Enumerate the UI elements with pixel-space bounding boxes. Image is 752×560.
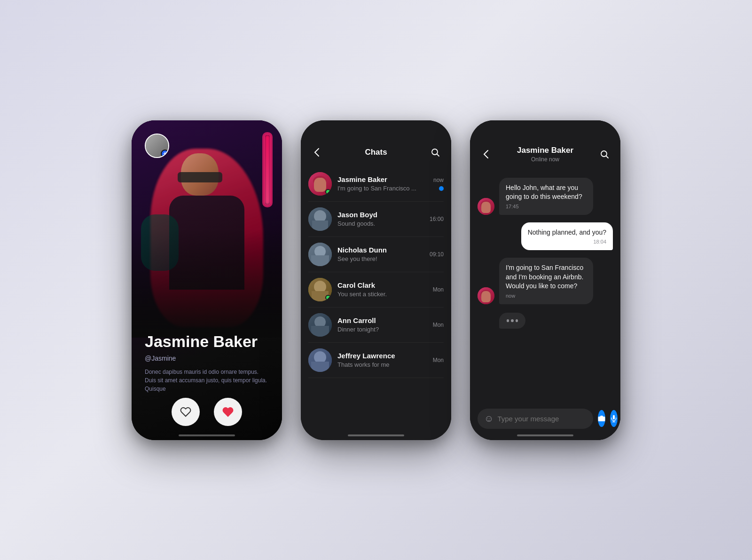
dislike-button[interactable] <box>172 398 200 426</box>
ann-avatar-img <box>308 313 332 337</box>
microphone-button[interactable] <box>610 410 618 427</box>
chat-time: Mon <box>433 286 444 293</box>
typing-dot-3 <box>516 319 518 322</box>
contact-name: Jasmine Baker <box>517 146 573 155</box>
home-indicator <box>179 434 235 436</box>
back-button[interactable] <box>479 148 493 161</box>
nicholas-avatar-img <box>308 243 332 266</box>
svg-point-1 <box>601 151 607 157</box>
dislike-icon <box>180 406 191 418</box>
message-text: Hello John, what are you going to do thi… <box>506 183 587 202</box>
chat-time: 09:10 <box>430 251 444 258</box>
chat-item-jeffrey[interactable]: Jeffrey Lawrence Thats works for me Mon <box>308 343 444 378</box>
phone-profile: + Jasmine Baker @Jasmine Donec dapibus m… <box>132 120 282 440</box>
profile-bio: Donec dapibus mauris id odio ornare temp… <box>145 368 269 393</box>
chat-item-carol[interactable]: Carol Clark You sent a sticker. Mon <box>308 272 444 308</box>
chat-preview: You sent a sticker. <box>337 291 427 298</box>
chats-list: Jasmine Baker I'm going to San Francisco… <box>301 166 451 440</box>
emoji-button[interactable]: ☺ <box>484 413 494 424</box>
chat-item-jasmine[interactable]: Jasmine Baker I'm going to San Francisco… <box>308 166 444 202</box>
chats-header: Chats <box>301 120 451 166</box>
sunglasses <box>178 172 222 182</box>
search-button[interactable] <box>598 148 611 161</box>
back-icon <box>314 148 320 157</box>
chat-name: Nicholas Dunn <box>337 246 424 254</box>
mic-icon <box>610 415 618 422</box>
svg-point-2 <box>601 418 603 420</box>
chat-name: Jasmine Baker <box>337 175 428 183</box>
chat-meta-ann: Mon <box>433 322 444 328</box>
chat-meta-nicholas: 09:10 <box>430 251 444 258</box>
search-icon <box>431 148 440 157</box>
messages-area: Hello John, what are you going to do thi… <box>470 170 620 403</box>
like-button[interactable] <box>214 398 242 426</box>
chat-avatar-ann <box>308 313 332 337</box>
chats-screen: Chats <box>301 120 451 440</box>
message-row-3: I'm going to San Francisco and I'm booki… <box>478 258 613 304</box>
message-row-1: Hello John, what are you going to do thi… <box>478 178 613 215</box>
add-badge[interactable]: + <box>161 150 169 158</box>
message-time: 18:04 <box>528 239 606 245</box>
chat-avatar-jasmine <box>308 172 332 196</box>
camera-icon <box>598 415 605 422</box>
chat-meta-jason: 16:00 <box>430 216 444 222</box>
chat-info-jeffrey: Jeffrey Lawrence Thats works for me <box>337 352 427 368</box>
profile-top-avatar[interactable]: + <box>145 134 169 158</box>
typing-dot-2 <box>511 319 513 322</box>
chat-item-ann[interactable]: Ann Carroll Dinner tonight? Mon <box>308 308 444 343</box>
chat-detail-screen: Jasmine Baker Online now <box>470 120 620 440</box>
chat-avatar-carol <box>308 278 332 301</box>
chat-item-jason[interactable]: Jason Boyd Sound goods. 16:00 <box>308 202 444 237</box>
chat-avatar-jason <box>308 207 332 231</box>
home-indicator <box>348 434 404 436</box>
online-indicator <box>325 189 331 195</box>
phone-chats: Chats <box>301 120 451 440</box>
avatar-img <box>478 287 494 304</box>
chat-info-jasmine: Jasmine Baker I'm going to San Francisco… <box>337 175 428 192</box>
profile-screen: + Jasmine Baker @Jasmine Donec dapibus m… <box>132 120 282 440</box>
chat-time: Mon <box>433 357 444 363</box>
chat-header-center: Jasmine Baker Online now <box>517 146 573 163</box>
chat-name: Ann Carroll <box>337 316 427 324</box>
svg-point-0 <box>432 149 438 155</box>
typing-row <box>478 312 613 329</box>
message-bubble-3: I'm going to San Francisco and I'm booki… <box>499 258 593 304</box>
avatar-inner <box>308 278 332 301</box>
typing-dot-1 <box>507 319 509 322</box>
chat-time: 16:00 <box>430 216 444 222</box>
avatar-inner <box>308 207 332 231</box>
message-input-container[interactable]: ☺ <box>478 409 593 429</box>
chat-avatar-jeffrey <box>308 348 332 372</box>
like-icon <box>222 406 234 418</box>
jeffrey-avatar-img <box>308 348 332 372</box>
search-button[interactable] <box>429 146 442 159</box>
avatar-img <box>478 198 494 215</box>
camera-button[interactable] <box>598 410 605 427</box>
chat-detail-header: Jasmine Baker Online now <box>470 120 620 170</box>
message-text: I'm going to San Francisco and I'm booki… <box>506 263 587 291</box>
jason-avatar-img <box>308 207 332 231</box>
chat-time: now <box>433 177 444 183</box>
phones-container: + Jasmine Baker @Jasmine Donec dapibus m… <box>132 120 620 440</box>
chat-time: Mon <box>433 322 444 328</box>
neon-outline <box>262 132 273 207</box>
typing-indicator <box>499 313 525 329</box>
chat-meta-jasmine: now <box>433 177 444 191</box>
arm-accent <box>141 214 179 271</box>
home-indicator <box>517 434 573 436</box>
message-bubble-2: Nothing planned, and you? 18:04 <box>521 222 613 251</box>
message-input[interactable] <box>497 415 587 423</box>
chat-meta-carol: Mon <box>433 286 444 293</box>
chat-name: Jeffrey Lawrence <box>337 352 427 360</box>
chat-name: Carol Clark <box>337 281 427 289</box>
profile-handle: @Jasmine <box>145 355 269 362</box>
back-icon <box>483 150 489 159</box>
chat-meta-jeffrey: Mon <box>433 357 444 363</box>
chat-item-nicholas[interactable]: Nicholas Dunn See you there! 09:10 <box>308 237 444 272</box>
avatar-inner <box>308 313 332 337</box>
message-avatar <box>478 198 494 215</box>
chats-title: Chats <box>365 148 387 157</box>
avatar-inner <box>308 348 332 372</box>
message-text: Nothing planned, and you? <box>528 228 606 237</box>
back-button[interactable] <box>310 146 323 159</box>
